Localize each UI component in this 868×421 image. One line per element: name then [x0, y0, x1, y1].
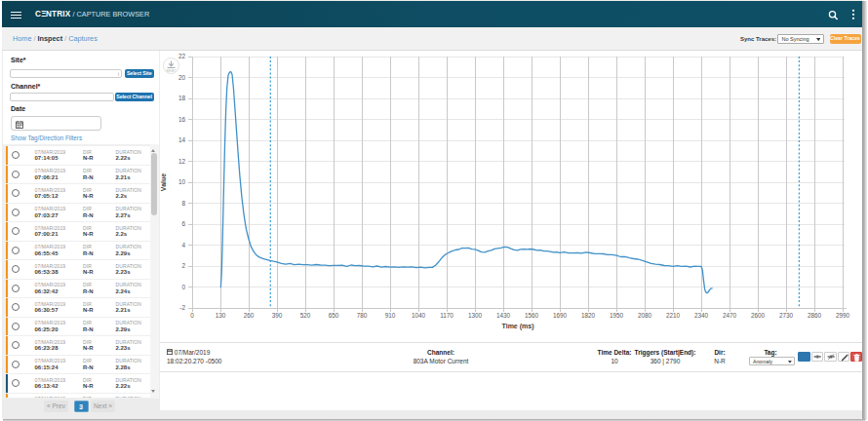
svg-text:RESET: RESET — [166, 68, 176, 72]
svg-text:260: 260 — [244, 312, 255, 319]
svg-text:Time (ms): Time (ms) — [502, 323, 534, 330]
svg-text:18: 18 — [178, 95, 186, 101]
svg-text:2730: 2730 — [779, 312, 794, 319]
svg-text:1950: 1950 — [610, 312, 624, 319]
svg-text:2860: 2860 — [808, 312, 822, 319]
svg-text:2340: 2340 — [694, 312, 709, 319]
svg-text:0: 0 — [181, 284, 185, 290]
svg-text:10: 10 — [178, 178, 186, 185]
svg-text:12: 12 — [178, 158, 186, 165]
svg-text:2600: 2600 — [751, 312, 766, 319]
svg-text:2990: 2990 — [836, 312, 850, 319]
svg-text:2: 2 — [181, 262, 185, 269]
svg-text:6: 6 — [181, 220, 185, 227]
svg-text:1560: 1560 — [525, 312, 539, 319]
svg-text:-2: -2 — [179, 304, 185, 311]
svg-text:520: 520 — [300, 312, 311, 319]
svg-text:16: 16 — [178, 116, 186, 123]
svg-text:4: 4 — [181, 242, 185, 249]
svg-text:1170: 1170 — [440, 312, 454, 319]
svg-text:8: 8 — [181, 200, 185, 207]
svg-text:780: 780 — [357, 312, 368, 319]
svg-text:22: 22 — [178, 53, 186, 59]
svg-text:0: 0 — [190, 312, 194, 319]
svg-text:14: 14 — [178, 136, 186, 143]
svg-text:390: 390 — [272, 312, 283, 319]
svg-text:2080: 2080 — [638, 312, 652, 319]
svg-text:1690: 1690 — [553, 312, 568, 319]
svg-text:130: 130 — [216, 312, 226, 319]
svg-text:1300: 1300 — [468, 312, 483, 319]
svg-text:1040: 1040 — [412, 312, 426, 319]
svg-text:20: 20 — [178, 74, 186, 81]
svg-text:650: 650 — [329, 312, 339, 319]
svg-text:1820: 1820 — [581, 312, 596, 319]
svg-text:2210: 2210 — [666, 312, 681, 319]
svg-text:1430: 1430 — [496, 312, 511, 319]
svg-text:910: 910 — [385, 312, 396, 319]
svg-text:Value: Value — [160, 173, 167, 191]
svg-text:2470: 2470 — [723, 312, 737, 319]
